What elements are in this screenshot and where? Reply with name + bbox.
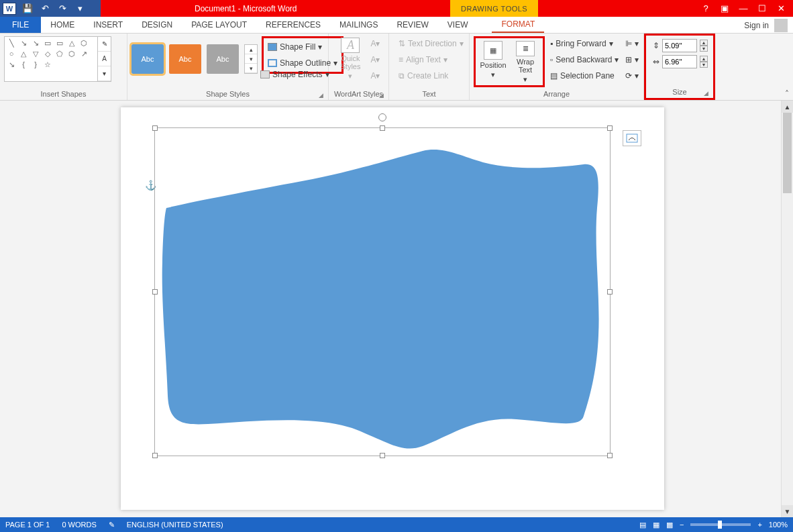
print-layout-icon[interactable]: ▦	[653, 521, 659, 529]
resize-handle[interactable]	[607, 125, 613, 131]
style-swatch[interactable]: Abc	[207, 44, 239, 74]
scroll-down-icon[interactable]: ▼	[782, 505, 793, 517]
collapse-ribbon-icon[interactable]: ˄	[785, 89, 789, 99]
page-indicator[interactable]: PAGE 1 OF 1	[5, 521, 50, 529]
style-swatch[interactable]: Abc	[169, 44, 201, 74]
word-app-icon[interactable]: W	[3, 3, 16, 15]
tab-mailings[interactable]: MAILINGS	[330, 17, 387, 33]
dialog-launcher-icon[interactable]: ◢	[704, 90, 710, 97]
shape-glyph[interactable]: {	[18, 60, 29, 69]
shape-glyph[interactable]: ▭	[42, 38, 53, 48]
help-icon[interactable]: ?	[696, 0, 715, 17]
tab-review[interactable]: REVIEW	[387, 17, 437, 33]
shape-glyph[interactable]: ↘	[6, 60, 17, 69]
height-spinner[interactable]: ▲▼	[700, 40, 708, 52]
bring-forward-button[interactable]: ▪Bring Forward ▾	[547, 36, 621, 51]
resize-handle[interactable]	[380, 453, 385, 458]
zoom-slider-thumb[interactable]	[718, 521, 722, 529]
save-icon[interactable]: 💾	[19, 0, 36, 17]
align-text-icon: ≡	[399, 55, 403, 64]
tab-view[interactable]: VIEW	[438, 17, 478, 33]
document-area[interactable]: ⚓	[0, 101, 781, 517]
edit-shape-icon[interactable]: ✎	[98, 37, 111, 52]
tab-insert[interactable]: INSERT	[84, 17, 132, 33]
language-indicator[interactable]: ENGLISH (UNITED STATES)	[127, 521, 223, 529]
undo-icon[interactable]: ↶	[36, 0, 54, 17]
scroll-up-icon[interactable]: ▲	[782, 101, 793, 113]
maximize-icon[interactable]: ☐	[753, 0, 772, 17]
read-mode-icon[interactable]: ▤	[639, 521, 646, 529]
zoom-out-icon[interactable]: −	[680, 521, 684, 529]
shape-glyph[interactable]: ☆	[42, 60, 53, 69]
shape-glyph[interactable]: ▽	[30, 49, 41, 58]
style-gallery-more[interactable]: ▴▾▾	[244, 44, 258, 74]
text-box-icon[interactable]: A	[98, 52, 111, 66]
tab-references[interactable]: REFERENCES	[256, 17, 330, 33]
redo-icon[interactable]: ↷	[54, 0, 71, 17]
shape-glyph[interactable]: ↗	[78, 49, 89, 58]
shape-glyph[interactable]: △	[66, 38, 77, 48]
width-spinner[interactable]: ▲▼	[700, 56, 708, 68]
shape-glyph[interactable]: }	[30, 60, 41, 69]
page[interactable]: ⚓	[121, 107, 664, 510]
web-layout-icon[interactable]: ▩	[666, 521, 673, 529]
ribbon-display-icon[interactable]: ▣	[715, 0, 734, 17]
shape-outline-label: Shape Outline	[280, 58, 331, 68]
shapes-gallery[interactable]: ╲ ↘ ↘ ▭ ▭ △ ⬡ ○ △ ▽ ◇ ⬠ ⬡ ↗ ↘ { } ☆	[4, 36, 98, 82]
shape-effects-button[interactable]: Shape Effects▾	[258, 67, 332, 82]
shape-style-gallery[interactable]: Abc Abc Abc ▴▾▾	[131, 36, 258, 82]
resize-handle[interactable]	[380, 125, 385, 131]
rotate-button[interactable]: ⟳▾	[623, 68, 641, 83]
tab-page-layout[interactable]: PAGE LAYOUT	[182, 17, 256, 33]
style-swatch-selected[interactable]: Abc	[131, 44, 164, 74]
resize-handle[interactable]	[152, 125, 158, 131]
minimize-icon[interactable]: ―	[734, 0, 753, 17]
tab-file[interactable]: FILE	[0, 17, 41, 33]
shape-glyph[interactable]: ╲	[6, 38, 17, 48]
shape-glyph[interactable]: △	[18, 49, 29, 58]
shape-glyph[interactable]: ↘	[18, 38, 29, 48]
sign-in[interactable]: Sign in	[744, 17, 788, 34]
gallery-expand-icon[interactable]: ▾	[98, 66, 111, 81]
close-icon[interactable]: ✕	[772, 0, 790, 17]
selection-pane-button[interactable]: ▤Selection Pane	[547, 68, 621, 83]
resize-handle[interactable]	[607, 453, 613, 458]
quick-styles-label: Quick Styles	[334, 54, 366, 70]
shape-glyph[interactable]: ○	[6, 49, 17, 58]
shape-glyph[interactable]: ▭	[54, 38, 65, 48]
scroll-thumb[interactable]	[783, 113, 792, 193]
tab-home[interactable]: HOME	[41, 17, 84, 33]
layout-options-icon[interactable]	[623, 130, 641, 146]
group-arrange: ▦ Position ▾ ≣ Wrap Text ▾ ▪Bring Forwar…	[470, 34, 644, 100]
zoom-in-icon[interactable]: +	[757, 521, 761, 529]
send-backward-button[interactable]: ▫Send Backward ▾	[547, 52, 621, 67]
dialog-launcher-icon[interactable]: ◢	[319, 92, 325, 99]
shape-glyph[interactable]: ↘	[30, 38, 41, 48]
group-size: ⇕ ▲▼ ⇔ ▲▼ Size ◢	[644, 34, 715, 100]
shape-glyph[interactable]: ⬡	[66, 49, 77, 58]
qat-dropdown-icon[interactable]: ▾	[71, 0, 89, 17]
vertical-scrollbar[interactable]: ▲ ▼	[781, 101, 793, 517]
rotate-handle[interactable]	[378, 113, 386, 121]
shape-height-input[interactable]	[662, 39, 697, 52]
shape-glyph[interactable]: ◇	[42, 49, 53, 58]
tab-design[interactable]: DESIGN	[132, 17, 182, 33]
position-button[interactable]: ▦ Position ▾	[477, 40, 509, 84]
shape-glyph[interactable]: ⬡	[78, 38, 89, 48]
shapes-gallery-more[interactable]: ✎ A ▾	[98, 36, 111, 82]
dialog-launcher-icon[interactable]: ◢	[379, 92, 386, 99]
zoom-level[interactable]: 100%	[769, 521, 788, 529]
tab-format[interactable]: FORMAT	[492, 17, 544, 33]
shape-width-input[interactable]	[662, 55, 697, 68]
resize-handle[interactable]	[607, 289, 613, 295]
wrap-text-button[interactable]: ≣ Wrap Text ▾	[509, 40, 541, 84]
resize-handle[interactable]	[152, 289, 158, 295]
align-button[interactable]: ⊫▾	[623, 36, 641, 51]
zoom-slider[interactable]	[690, 523, 751, 526]
shape-glyph[interactable]: ⬠	[54, 49, 65, 58]
selection-box[interactable]	[154, 127, 611, 456]
resize-handle[interactable]	[152, 453, 158, 458]
group-button[interactable]: ⊞▾	[623, 52, 641, 67]
proofing-icon[interactable]: ✎	[109, 521, 115, 529]
word-count[interactable]: 0 WORDS	[62, 521, 96, 529]
